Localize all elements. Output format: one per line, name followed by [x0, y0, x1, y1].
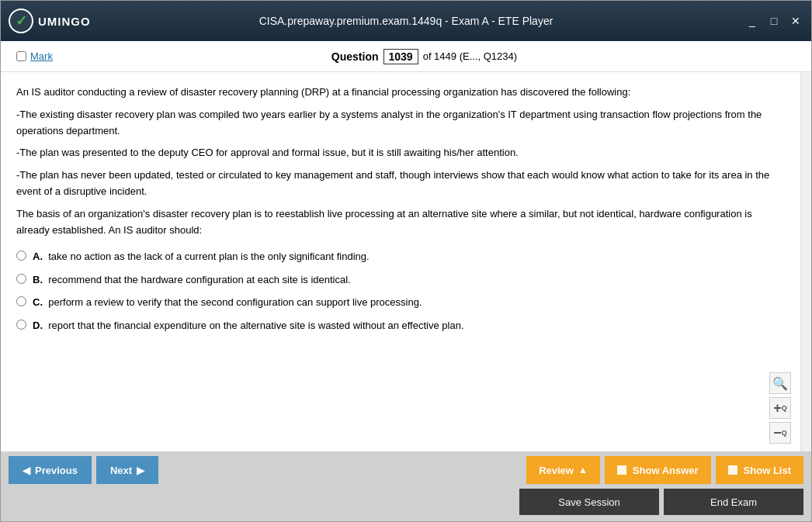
logo-text: UMINGO: [38, 15, 91, 28]
window-controls: _ □ ✕: [744, 15, 803, 27]
logo-area: ✓ UMINGO: [9, 9, 91, 33]
previous-button[interactable]: ◀ Previous: [9, 456, 92, 484]
end-exam-button[interactable]: End Exam: [664, 489, 803, 515]
option-c-radio[interactable]: [16, 296, 26, 306]
question-context: The basis of an organization's disaster …: [16, 206, 785, 239]
option-b-label: B. recommend that the hardware configura…: [33, 272, 351, 288]
bottom-row: Save Session End Exam: [1, 489, 811, 521]
option-b-radio[interactable]: [16, 274, 26, 284]
option-a-label: A. take no action as the lack of a curre…: [33, 249, 370, 264]
option-d: D. report that the financial expenditure…: [16, 318, 785, 334]
option-b: B. recommend that the hardware configura…: [16, 272, 785, 288]
titlebar: ✓ UMINGO CISA.prepaway.premium.exam.1449…: [1, 1, 811, 41]
zoom-controls: 🔍 +Q −Q: [769, 372, 791, 444]
minimize-button[interactable]: _: [744, 15, 760, 27]
show-answer-button[interactable]: Show Answer: [605, 456, 711, 484]
option-a: A. take no action as the lack of a curre…: [16, 249, 785, 264]
window-title: CISA.prepaway.premium.exam.1449q - Exam …: [259, 15, 553, 27]
question-number-box: 1039: [383, 49, 418, 64]
option-d-label: D. report that the financial expenditure…: [33, 318, 464, 334]
question-bullet1: -The existing disaster recovery plan was…: [16, 107, 785, 140]
question-intro: An IS auditor conducting a review of dis…: [16, 85, 785, 101]
save-session-button[interactable]: Save Session: [519, 489, 659, 515]
show-list-button[interactable]: Show List: [716, 456, 803, 484]
question-bullet2: -The plan was presented to the deputy CE…: [16, 145, 785, 161]
question-of-text: of 1449 (E..., Q1234): [423, 50, 517, 62]
next-arrow-icon: ▶: [137, 465, 144, 476]
search-button[interactable]: 🔍: [769, 372, 791, 394]
mark-checkbox-label[interactable]: Mark: [16, 50, 53, 62]
content-area: An IS auditor conducting a review of dis…: [1, 72, 800, 451]
mark-label[interactable]: Mark: [30, 50, 53, 62]
scrollbar[interactable]: [800, 72, 811, 451]
prev-arrow-icon: ◀: [23, 465, 30, 476]
option-a-radio[interactable]: [16, 251, 26, 261]
show-answer-icon: [617, 465, 626, 475]
question-header: Mark Question 1039 of 1449 (E..., Q1234): [1, 41, 811, 72]
review-button[interactable]: Review ▲: [526, 456, 600, 484]
close-button[interactable]: ✕: [788, 15, 803, 27]
options-area: A. take no action as the lack of a curre…: [16, 249, 785, 333]
option-d-radio[interactable]: [16, 320, 26, 330]
show-list-icon: [728, 465, 737, 475]
next-button[interactable]: Next ▶: [96, 456, 158, 484]
option-c: C. perform a review to verify that the s…: [16, 295, 785, 310]
question-label: Question: [331, 50, 379, 63]
question-text: An IS auditor conducting a review of dis…: [16, 85, 785, 238]
question-bullet3: -The plan has never been updated, tested…: [16, 168, 785, 200]
zoom-in-button[interactable]: +Q: [769, 397, 791, 419]
mark-checkbox-input[interactable]: [16, 51, 26, 61]
logo-icon: ✓: [9, 9, 33, 33]
review-dropdown-icon: ▲: [578, 465, 588, 475]
bottom-toolbar: ◀ Previous Next ▶ Review ▲ Show Answer S…: [1, 451, 811, 489]
zoom-out-button[interactable]: −Q: [769, 422, 791, 444]
option-c-label: C. perform a review to verify that the s…: [33, 295, 422, 310]
question-number-area: Question 1039 of 1449 (E..., Q1234): [331, 49, 517, 64]
maximize-button[interactable]: □: [766, 15, 782, 27]
